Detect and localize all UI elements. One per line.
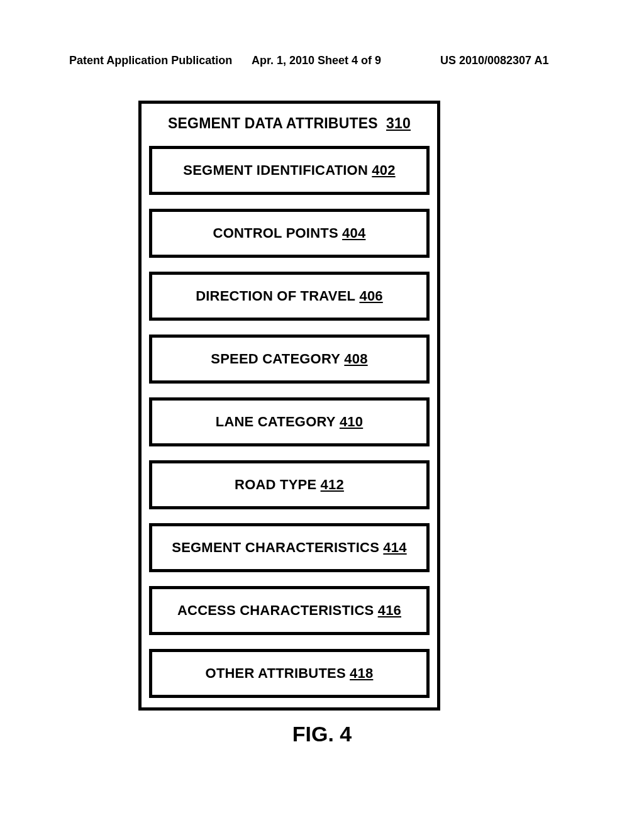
figure-caption: FIG. 4 (0, 722, 644, 746)
segment-identification-box: SEGMENT IDENTIFICATION 402 (149, 146, 430, 195)
attr-ref: 410 (340, 414, 363, 430)
lane-category-box: LANE CATEGORY 410 (149, 397, 430, 446)
attr-label: ROAD TYPE (235, 477, 316, 493)
attr-label: LANE CATEGORY (216, 414, 336, 430)
outer-title-ref: 310 (386, 115, 411, 131)
attr-ref: 404 (342, 225, 365, 241)
other-attributes-box: OTHER ATTRIBUTES 418 (149, 649, 430, 698)
attr-label: OTHER ATTRIBUTES (206, 665, 346, 682)
attr-ref: 402 (372, 162, 395, 179)
attr-ref: 412 (321, 477, 344, 493)
control-points-box: CONTROL POINTS 404 (149, 209, 430, 258)
attr-label: DIRECTION OF TRAVEL (196, 288, 355, 304)
outer-title-text: SEGMENT DATA ATTRIBUTES (168, 115, 378, 131)
header-date-sheet: Apr. 1, 2010 Sheet 4 of 9 (252, 54, 440, 67)
access-characteristics-box: ACCESS CHARACTERISTICS 416 (149, 586, 430, 635)
attribute-stack: SEGMENT IDENTIFICATION 402 CONTROL POINT… (149, 146, 430, 698)
speed-category-box: SPEED CATEGORY 408 (149, 335, 430, 384)
segment-data-attributes-box: SEGMENT DATA ATTRIBUTES 310 SEGMENT IDEN… (138, 101, 440, 711)
attr-label: ACCESS CHARACTERISTICS (177, 602, 374, 619)
attr-label: SEGMENT CHARACTERISTICS (172, 540, 379, 556)
segment-characteristics-box: SEGMENT CHARACTERISTICS 414 (149, 523, 430, 572)
attr-ref: 408 (344, 351, 367, 367)
attr-ref: 406 (359, 288, 382, 304)
attr-label: SPEED CATEGORY (211, 351, 340, 367)
outer-box-title: SEGMENT DATA ATTRIBUTES 310 (149, 115, 430, 132)
attr-label: SEGMENT IDENTIFICATION (183, 162, 368, 179)
header-publication-type: Patent Application Publication (69, 54, 252, 67)
attr-label: CONTROL POINTS (213, 225, 338, 241)
direction-of-travel-box: DIRECTION OF TRAVEL 406 (149, 272, 430, 321)
road-type-box: ROAD TYPE 412 (149, 460, 430, 509)
attr-ref: 418 (350, 665, 373, 682)
header-pub-number: US 2010/0082307 A1 (440, 54, 575, 67)
attr-ref: 414 (383, 540, 406, 556)
page-header: Patent Application Publication Apr. 1, 2… (0, 54, 644, 67)
attr-ref: 416 (378, 602, 401, 619)
